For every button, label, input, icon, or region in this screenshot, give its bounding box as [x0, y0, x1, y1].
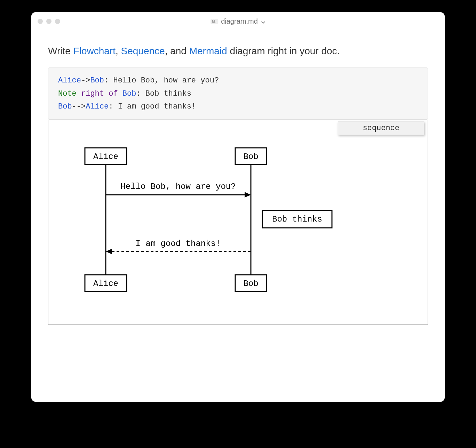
actor-label: Bob — [243, 152, 258, 161]
close-window-button[interactable] — [38, 19, 43, 24]
title-dropdown[interactable]: M↓ diagram.md — [211, 17, 265, 25]
code-arrow: -> — [81, 76, 90, 85]
minimize-window-button[interactable] — [46, 19, 51, 24]
flowchart-link[interactable]: Flowchart — [73, 46, 116, 56]
code-actor: Alice — [86, 102, 109, 111]
code-actor: Bob — [58, 102, 72, 111]
app-window: M↓ diagram.md Write Flowchart, Sequence,… — [31, 12, 445, 402]
code-arrow: --> — [72, 102, 86, 111]
code-actor: Bob — [90, 76, 104, 85]
diagram-output-panel: sequence Alice Bob Hello Bob, how are yo… — [48, 120, 428, 325]
actor-label: Bob — [243, 279, 258, 288]
note-label: Bob thinks — [272, 215, 322, 224]
code-block[interactable]: Alice->Bob: Hello Bob, how are you? Note… — [48, 67, 428, 120]
code-actor: Alice — [58, 76, 81, 85]
code-text: : Hello Bob, how are you? — [104, 76, 219, 85]
markdown-file-icon: M↓ — [211, 19, 218, 24]
intro-paragraph: Write Flowchart, Sequence, and Mermaid d… — [48, 44, 428, 58]
editor-content[interactable]: Write Flowchart, Sequence, and Mermaid d… — [31, 30, 445, 339]
filename-label: diagram.md — [221, 17, 258, 25]
diagram-language-label[interactable]: sequence — [338, 121, 424, 135]
code-text: : Bob thinks — [136, 89, 191, 98]
message-label: Hello Bob, how are you? — [120, 182, 236, 191]
code-keyword: Note — [58, 89, 77, 98]
intro-text: diagram right in your doc. — [227, 46, 340, 56]
sequence-link[interactable]: Sequence — [121, 46, 165, 56]
actor-label: Alice — [93, 152, 118, 161]
arrowhead-icon — [245, 192, 251, 198]
window-controls — [38, 19, 60, 24]
actor-label: Alice — [93, 279, 118, 288]
titlebar[interactable]: M↓ diagram.md — [31, 12, 445, 30]
sequence-diagram: Alice Bob Hello Bob, how are you? Bob th… — [62, 144, 375, 318]
zoom-window-button[interactable] — [55, 19, 60, 24]
code-keyword: right of — [81, 89, 118, 98]
chevron-down-icon — [261, 19, 265, 24]
message-label: I am good thanks! — [136, 239, 221, 248]
mermaid-link[interactable]: Mermaid — [189, 46, 227, 56]
code-text: : I am good thanks! — [109, 102, 196, 111]
intro-text: Write — [48, 46, 73, 56]
arrowhead-icon — [106, 249, 112, 254]
code-actor: Bob — [122, 89, 136, 98]
intro-text: , and — [165, 46, 189, 56]
intro-text: , — [116, 46, 121, 56]
